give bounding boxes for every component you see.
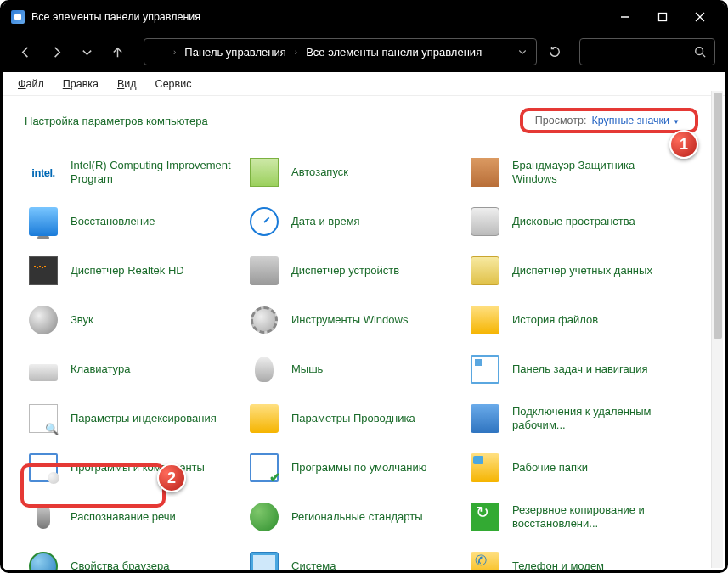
search-icon: [694, 46, 706, 58]
address-bar[interactable]: › Панель управления › Все элементы панел…: [144, 38, 537, 65]
recovery-icon: [29, 207, 58, 236]
cp-label: Рабочие папки: [512, 461, 588, 475]
device-manager-icon: [250, 256, 279, 285]
cp-label: Распознавание речи: [71, 510, 176, 524]
cp-item-intel[interactable]: intel.Intel(R) Computing Improvement Pro…: [28, 154, 249, 191]
menu-service-label: Сервис: [155, 78, 192, 90]
recent-dropdown[interactable]: [74, 39, 99, 65]
cp-item-mouse[interactable]: Мышь: [249, 351, 470, 388]
cp-item-firewall[interactable]: Брандмауэр Защитника Windows: [470, 154, 691, 191]
cp-label: Резервное копирование и восстановлени...: [512, 503, 682, 531]
maximize-button[interactable]: [644, 4, 681, 30]
menu-view[interactable]: Вид: [117, 78, 137, 90]
menu-file[interactable]: Файл: [18, 78, 44, 90]
cp-label: История файлов: [512, 313, 598, 327]
realtek-icon: [29, 256, 58, 285]
intel-icon: intel.: [28, 157, 59, 188]
address-icon: [153, 46, 165, 58]
menu-edit[interactable]: Правка: [63, 78, 99, 90]
taskbar-icon: [471, 355, 499, 384]
firewall-icon: [471, 158, 499, 187]
svg-point-5: [696, 48, 703, 55]
items-grid: intel.Intel(R) Computing Improvement Pro…: [28, 154, 710, 573]
cp-item-programs[interactable]: Программы и компоненты: [28, 449, 249, 486]
cp-label: Восстановление: [71, 215, 155, 228]
cp-item-credentials[interactable]: Диспетчер учетных данных: [470, 252, 691, 289]
view-value[interactable]: Крупные значки: [591, 115, 680, 126]
system-icon: [250, 552, 279, 573]
view-label: Просмотр:: [535, 115, 587, 126]
cp-item-taskbar[interactable]: Панель задач и навигация: [470, 351, 691, 388]
cp-item-keyboard[interactable]: Клавиатура: [28, 351, 249, 388]
cp-item-phone[interactable]: Телефон и модем: [470, 548, 691, 573]
cp-label: Параметры индексирования: [71, 412, 217, 425]
cp-label: Дисковые пространства: [512, 215, 635, 228]
chevron-down-icon[interactable]: [517, 47, 528, 57]
cp-item-indexing[interactable]: Параметры индексирования: [28, 400, 249, 437]
cp-label: Региональные стандарты: [291, 510, 422, 524]
microphone-icon: [37, 505, 50, 529]
sound-icon: [29, 306, 58, 334]
page-header: Настройка параметров компьютера Просмотр…: [3, 96, 725, 149]
menu-bar: Файл Правка Вид Сервис: [3, 72, 725, 96]
cp-label: Звук: [71, 313, 93, 327]
cp-label: Параметры Проводника: [291, 412, 415, 425]
internet-icon: [29, 552, 58, 573]
cp-item-devicemgr[interactable]: Диспетчер устройств: [249, 252, 470, 289]
credentials-icon: [471, 256, 499, 285]
cp-item-realtek[interactable]: Диспетчер Realtek HD: [28, 252, 249, 289]
indexing-icon: [29, 404, 58, 433]
up-button[interactable]: [104, 39, 130, 65]
cp-item-internet[interactable]: Свойства браузера: [28, 548, 249, 573]
backup-icon: [471, 503, 499, 531]
cp-label: Дата и время: [291, 215, 360, 228]
cp-label: Диспетчер учетных данных: [512, 264, 652, 278]
cp-item-backup[interactable]: Резервное копирование и восстановлени...: [470, 498, 691, 536]
cp-item-wintools[interactable]: Инструменты Windows: [249, 301, 470, 339]
callout-2: 2: [157, 463, 186, 492]
gear-icon: [251, 306, 278, 334]
search-input[interactable]: [579, 38, 715, 65]
view-selector[interactable]: Просмотр: Крупные значки 1: [520, 108, 698, 133]
cp-item-recovery[interactable]: Восстановление: [28, 203, 249, 240]
chevron-right-icon: ›: [295, 48, 297, 57]
cp-label: Подключения к удаленным рабочим...: [512, 405, 682, 433]
cp-item-autoplay[interactable]: Автозапуск: [249, 154, 470, 191]
folder-icon: [471, 306, 499, 334]
cp-item-sound[interactable]: Звук: [28, 301, 249, 339]
cp-item-defaults[interactable]: Программы по умолчанию: [249, 449, 470, 486]
cp-item-remote[interactable]: Подключения к удаленным рабочим...: [470, 400, 691, 437]
chevron-right-icon: ›: [173, 48, 176, 57]
cp-label: Диспетчер Realtek HD: [71, 264, 184, 278]
svg-line-6: [703, 54, 706, 58]
cp-item-region[interactable]: Региональные стандарты: [249, 498, 470, 536]
cp-label: Инструменты Windows: [291, 313, 408, 327]
refresh-button[interactable]: [542, 39, 567, 65]
cp-item-workfolders[interactable]: Рабочие папки: [470, 449, 691, 486]
cp-label: Панель задач и навигация: [512, 362, 648, 376]
cp-item-datetime[interactable]: Дата и время: [249, 203, 470, 240]
cp-label: Автозапуск: [291, 166, 348, 179]
cp-item-explorer-options[interactable]: Параметры Проводника: [249, 400, 470, 437]
menu-view-label: ид: [124, 78, 136, 90]
cp-item-filehistory[interactable]: История файлов: [470, 301, 691, 339]
cp-item-system[interactable]: Система: [249, 548, 470, 573]
scrollbar-thumb[interactable]: [714, 93, 722, 339]
cp-item-speech[interactable]: Распознавание речи: [28, 498, 249, 536]
minimize-button[interactable]: [607, 4, 644, 30]
breadcrumb-seg-2[interactable]: Все элементы панели управления: [306, 46, 482, 59]
menu-service[interactable]: Сервис: [155, 78, 192, 90]
forward-button[interactable]: [43, 39, 69, 65]
cp-label: Система: [291, 559, 336, 573]
mouse-icon: [255, 357, 274, 382]
cp-item-storage[interactable]: Дисковые пространства: [470, 203, 691, 240]
breadcrumb-seg-1[interactable]: Панель управления: [184, 46, 285, 59]
cp-label: Клавиатура: [71, 362, 130, 376]
back-button[interactable]: [13, 39, 38, 65]
scrollbar[interactable]: [711, 91, 723, 568]
close-button[interactable]: [681, 4, 719, 30]
cp-label: Свойства браузера: [71, 559, 169, 573]
menu-file-label: айл: [26, 78, 44, 90]
cp-label: Брандмауэр Защитника Windows: [512, 159, 682, 187]
autoplay-icon: [250, 158, 279, 187]
